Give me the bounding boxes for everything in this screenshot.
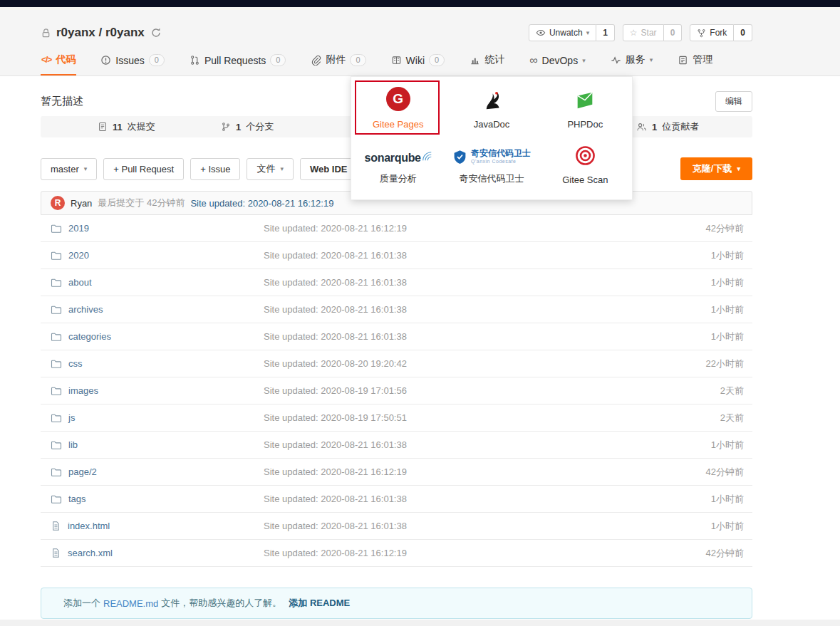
file-commit-message-link[interactable]: Site updated: 2020-08-21 16:12:19 <box>264 548 706 558</box>
tab-wiki[interactable]: Wiki 0 <box>390 48 446 75</box>
file-name-link[interactable]: images <box>68 385 98 396</box>
file-table: 2019Site updated: 2020-08-21 16:12:1942分… <box>41 215 752 567</box>
commit-author[interactable]: Ryan <box>71 198 92 209</box>
sync-icon[interactable] <box>150 27 162 38</box>
file-name-link[interactable]: page/2 <box>68 466 97 477</box>
file-name-link[interactable]: js <box>68 412 75 423</box>
file-commit-message-link[interactable]: Site updated: 2020-08-21 16:12:19 <box>264 466 706 477</box>
tab-label: 统计 <box>484 53 504 66</box>
watch-count[interactable]: 1 <box>596 24 615 41</box>
readme-banner: 添加一个 README.md 文件，帮助感兴趣的人了解。 添加 README <box>41 588 752 619</box>
file-name-link[interactable]: 2019 <box>68 223 89 234</box>
file-commit-message-link[interactable]: Site updated: 2020-08-21 16:01:38 <box>264 331 711 342</box>
edit-description-button[interactable]: 编辑 <box>715 91 752 112</box>
sonarqube-wordmark: sonarqube <box>365 152 421 165</box>
footer-strip <box>0 620 840 626</box>
file-name-link[interactable]: categories <box>68 331 111 342</box>
menu-item-gitee-pages[interactable]: G Gitee Pages <box>351 80 445 135</box>
folder-icon <box>51 250 62 261</box>
folder-icon <box>51 331 62 343</box>
star-button[interactable]: ☆ Star <box>623 24 664 41</box>
file-row: index.htmlSite updated: 2020-08-21 16:01… <box>41 513 752 540</box>
file-menu-button[interactable]: 文件 ▾ <box>247 158 294 180</box>
new-pull-request-button[interactable]: + Pull Request <box>103 158 184 180</box>
new-issue-button[interactable]: + Issue <box>190 158 240 180</box>
stat-commits[interactable]: 11 次提交 <box>98 116 155 137</box>
menu-item-qax-codesafe[interactable]: 奇安信代码卫士 Q'anxin Codesafe 奇安信代码卫士 <box>445 135 538 191</box>
file-commit-message-link[interactable]: Site updated: 2020-08-21 16:01:38 <box>264 494 711 504</box>
fork-button[interactable]: Fork <box>690 24 734 41</box>
file-name-link[interactable]: index.html <box>68 521 110 531</box>
tab-pull-requests[interactable]: Pull Requests 0 <box>189 48 287 75</box>
banner-text-after: 文件，帮助感兴趣的人了解。 <box>161 597 281 610</box>
file-commit-message-link[interactable]: Site updated: 2020-08-20 19:20:42 <box>264 358 706 369</box>
star-count[interactable]: 0 <box>664 24 683 41</box>
repo-title[interactable]: r0yanx / r0yanx <box>56 26 145 40</box>
chevron-down-icon: ▾ <box>586 29 590 36</box>
stat-label: 次提交 <box>128 120 155 133</box>
qax-logo-subtitle: Q'anxin Codesafe <box>471 159 531 165</box>
file-name-link[interactable]: 2020 <box>68 250 89 261</box>
devops-infinity-icon: ∞ <box>529 56 537 66</box>
menu-item-label: Gitee Scan <box>562 174 608 185</box>
unwatch-button[interactable]: Unwatch ▾ <box>529 24 596 41</box>
file-name-link[interactable]: lib <box>68 439 78 450</box>
file-commit-message-link[interactable]: Site updated: 2020-08-21 16:01:38 <box>264 250 711 261</box>
file-name-link[interactable]: tags <box>68 494 86 504</box>
file-row: page/2Site updated: 2020-08-21 16:12:194… <box>41 459 752 486</box>
tab-services[interactable]: 服务 ▾ <box>610 47 654 75</box>
fork-count[interactable]: 0 <box>734 24 752 41</box>
add-readme-link[interactable]: 添加 README <box>289 597 350 610</box>
file-commit-message-link[interactable]: Site updated: 2020-08-19 17:50:51 <box>264 412 720 423</box>
file-commit-time: 1小时前 <box>711 520 752 533</box>
file-name-link[interactable]: about <box>68 277 92 288</box>
repo-title-row: r0yanx / r0yanx Unwatch ▾ 1 <box>41 7 752 43</box>
menu-item-label: JavaDoc <box>474 119 510 130</box>
file-row: jsSite updated: 2020-08-19 17:50:512天前 <box>41 405 752 432</box>
file-name-link[interactable]: css <box>68 358 83 369</box>
pull-requests-count-badge: 0 <box>270 54 286 66</box>
services-dropdown-menu: G Gitee Pages JavaDoc PHPDoc sonarqube 质… <box>351 76 633 200</box>
top-navigation-bar <box>0 0 840 7</box>
file-commit-message-link[interactable]: Site updated: 2020-08-21 16:12:19 <box>264 223 706 234</box>
tab-issues[interactable]: Issues 0 <box>100 48 165 75</box>
avatar[interactable]: R <box>51 196 65 210</box>
file-commit-message-link[interactable]: Site updated: 2020-08-21 16:01:38 <box>264 439 711 450</box>
fork-icon <box>697 28 706 38</box>
chevron-down-icon: ▾ <box>280 165 284 172</box>
commit-message-link[interactable]: Site updated: 2020-08-21 16:12:19 <box>190 198 333 209</box>
menu-item-phpdoc[interactable]: PHPDoc <box>539 80 632 135</box>
readme-file-link[interactable]: README.md <box>103 598 158 609</box>
stat-contributors[interactable]: 1 位贡献者 <box>636 116 699 137</box>
tab-statistics[interactable]: 统计 <box>469 47 505 75</box>
branch-selector[interactable]: master ▾ <box>41 158 97 180</box>
file-commit-message-link[interactable]: Site updated: 2020-08-19 17:01:56 <box>264 385 720 396</box>
tab-code[interactable]: </> 代码 <box>41 47 76 75</box>
file-commit-message-link[interactable]: Site updated: 2020-08-21 16:01:38 <box>264 277 711 288</box>
file-commit-time: 1小时前 <box>711 439 752 452</box>
folder-icon <box>51 494 62 505</box>
stat-branches[interactable]: 1 个分支 <box>221 116 274 137</box>
file-commit-message-link[interactable]: Site updated: 2020-08-21 16:01:38 <box>264 304 711 315</box>
menu-item-sonarqube[interactable]: sonarqube 质量分析 <box>351 135 445 191</box>
clone-download-button[interactable]: 克隆/下载 ▾ <box>680 157 752 180</box>
tab-attachments[interactable]: 附件 0 <box>310 47 366 75</box>
tab-devops[interactable]: ∞ DevOps ▾ <box>529 48 586 75</box>
web-ide-button[interactable]: Web IDE <box>300 158 358 180</box>
file-commit-message-link[interactable]: Site updated: 2020-08-21 16:01:38 <box>264 521 711 531</box>
star-icon: ☆ <box>630 28 638 38</box>
menu-item-javadoc[interactable]: JavaDoc <box>445 80 538 135</box>
watch-group: Unwatch ▾ 1 <box>529 24 615 41</box>
file-commit-time: 42分钟前 <box>706 222 752 235</box>
menu-item-gitee-scan[interactable]: Gitee Scan <box>539 135 632 191</box>
file-row: cssSite updated: 2020-08-20 19:20:4222小时… <box>41 350 752 377</box>
wiki-count-badge: 0 <box>429 54 445 66</box>
file-name-link[interactable]: search.xml <box>68 548 113 558</box>
file-name-link[interactable]: archives <box>68 304 103 315</box>
eye-icon <box>536 28 546 38</box>
tab-manage[interactable]: 管理 <box>677 47 713 75</box>
folder-icon <box>51 277 62 288</box>
file-row: imagesSite updated: 2020-08-19 17:01:562… <box>41 377 752 405</box>
lock-icon <box>41 28 51 38</box>
star-label: Star <box>641 28 657 38</box>
